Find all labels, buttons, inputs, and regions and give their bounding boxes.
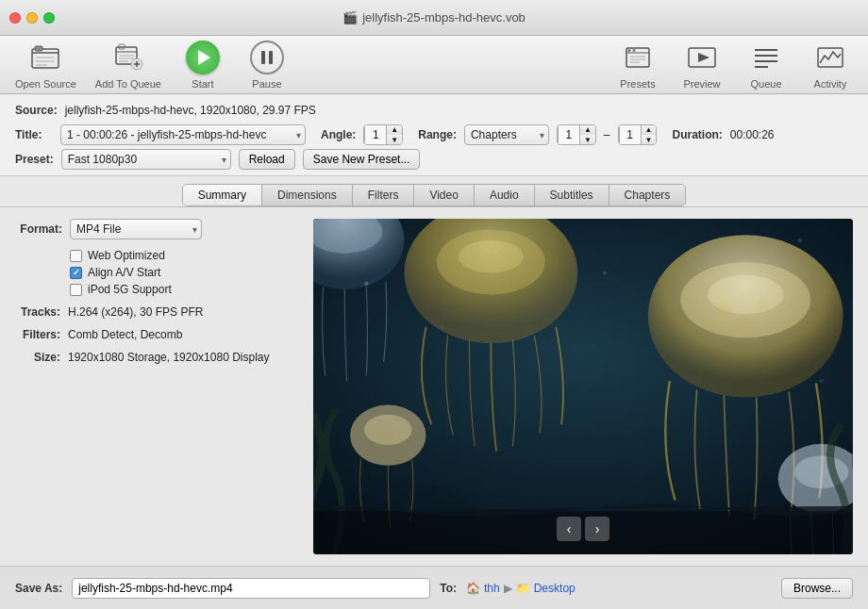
source-label: Source:	[15, 104, 58, 117]
prev-arrow-button[interactable]: ‹	[557, 517, 581, 541]
preview-label: Preview	[683, 78, 720, 90]
range-select-wrapper[interactable]: Chapters Frames Seconds	[464, 124, 549, 145]
tab-subtitles[interactable]: Subtitles	[535, 185, 609, 206]
duration-value: 00:00:26	[730, 128, 775, 141]
film-icon: 🎬	[342, 10, 358, 25]
size-row: Size: 1920x1080 Storage, 1920x1080 Displ…	[15, 351, 298, 364]
range-to-value: 1	[619, 125, 642, 144]
ipod-label: iPod 5G Support	[88, 283, 172, 296]
angle-label: Angle:	[321, 128, 356, 141]
queue-icon	[749, 41, 783, 74]
save-as-label: Save As:	[15, 582, 62, 595]
svg-point-49	[364, 415, 412, 445]
open-source-button[interactable]: Open Source	[15, 41, 76, 90]
tab-filters[interactable]: Filters	[353, 185, 415, 206]
preset-select-wrapper[interactable]: Fast 1080p30	[61, 149, 231, 170]
title-select-wrapper[interactable]: 1 - 00:00:26 - jellyfish-25-mbps-hd-hevc	[60, 124, 306, 145]
angle-arrows[interactable]: ▲ ▼	[387, 124, 402, 145]
close-button[interactable]	[9, 12, 21, 24]
format-row: Format: MP4 File	[15, 219, 298, 239]
activity-button[interactable]: Activity	[808, 41, 853, 90]
range-to-down[interactable]: ▼	[642, 135, 657, 145]
preview-nav-arrows: ‹ ›	[557, 517, 609, 541]
window-controls	[9, 12, 55, 24]
preset-select[interactable]: Fast 1080p30	[61, 149, 231, 170]
open-source-label: Open Source	[15, 78, 76, 90]
preview-button[interactable]: Preview	[679, 41, 725, 90]
path-user: thh	[484, 582, 500, 595]
ipod-row: iPod 5G Support	[70, 283, 298, 296]
queue-button[interactable]: Queue	[743, 41, 789, 90]
next-arrow-button[interactable]: ›	[585, 517, 609, 541]
tabs-bar: Summary Dimensions Filters Video Audio S…	[0, 176, 868, 207]
angle-up[interactable]: ▲	[387, 124, 402, 135]
add-to-queue-label: Add To Queue	[95, 78, 161, 90]
tracks-label: Tracks:	[15, 305, 68, 319]
tab-summary[interactable]: Summary	[183, 185, 262, 206]
svg-point-46	[756, 299, 769, 312]
presets-button[interactable]: Presets	[615, 41, 660, 90]
range-from-arrows[interactable]: ▲ ▼	[580, 124, 595, 145]
activity-label: Activity	[814, 78, 847, 90]
angle-stepper[interactable]: 1 ▲ ▼	[363, 124, 403, 145]
range-from-up[interactable]: ▲	[580, 124, 595, 135]
toolbar: Open Source Add To Queue Start	[0, 36, 868, 94]
format-select[interactable]: MP4 File	[70, 219, 202, 239]
duration-label: Duration:	[672, 128, 722, 141]
toolbar-right: Presets Preview Queue	[615, 41, 853, 90]
svg-point-20	[628, 49, 631, 52]
home-icon: 🏠	[466, 582, 480, 595]
align-av-checkbox[interactable]	[70, 267, 82, 279]
bottom-bar: Save As: To: 🏠 thh ▶ 📁 Desktop Browse...	[0, 566, 868, 609]
info-area: Source: jellyfish-25-mbps-hd-hevc, 1920x…	[0, 94, 868, 176]
filters-label: Filters:	[15, 328, 68, 341]
pause-button[interactable]: Pause	[244, 41, 290, 90]
window-title: 🎬 jellyfish-25-mbps-hd-hevc.vob	[342, 10, 526, 25]
range-to-stepper[interactable]: 1 ▲ ▼	[618, 124, 658, 145]
reload-button[interactable]: Reload	[239, 149, 295, 170]
start-icon	[186, 41, 220, 74]
save-preset-button[interactable]: Save New Preset...	[303, 149, 421, 170]
web-optimized-checkbox[interactable]	[70, 250, 82, 262]
angle-down[interactable]: ▼	[387, 135, 402, 145]
tabs-container: Summary Dimensions Filters Video Audio S…	[182, 184, 687, 206]
range-to-up[interactable]: ▲	[642, 124, 657, 135]
browse-button[interactable]: Browse...	[781, 578, 853, 599]
format-select-wrapper[interactable]: MP4 File	[70, 219, 202, 239]
preset-row: Preset: Fast 1080p30 Reload Save New Pre…	[15, 147, 853, 172]
filters-value: Comb Detect, Decomb	[68, 328, 182, 341]
range-from-down[interactable]: ▼	[580, 135, 595, 145]
presets-icon	[621, 41, 655, 74]
svg-point-45	[715, 302, 732, 319]
svg-point-34	[603, 272, 606, 274]
ipod-checkbox[interactable]	[70, 284, 82, 296]
title-select[interactable]: 1 - 00:00:26 - jellyfish-25-mbps-hd-hevc	[60, 124, 306, 145]
preview-area: ‹ ›	[313, 219, 853, 554]
presets-label: Presets	[620, 78, 655, 90]
maximize-button[interactable]	[43, 12, 55, 24]
tab-dimensions[interactable]: Dimensions	[262, 185, 353, 206]
main-content: Format: MP4 File Web Optimized Align A/V…	[0, 207, 868, 566]
svg-point-47	[729, 316, 751, 337]
tab-audio[interactable]: Audio	[475, 185, 535, 206]
range-select[interactable]: Chapters Frames Seconds	[464, 124, 549, 145]
start-button[interactable]: Start	[180, 41, 225, 90]
size-label: Size:	[15, 351, 68, 364]
to-label: To:	[440, 582, 457, 595]
preset-label: Preset:	[15, 153, 54, 166]
tab-chapters[interactable]: Chapters	[609, 185, 686, 206]
path-display: 🏠 thh ▶ 📁 Desktop	[466, 582, 576, 595]
tab-video[interactable]: Video	[414, 185, 474, 206]
filters-row: Filters: Comb Detect, Decomb	[15, 328, 298, 341]
title-bar: 🎬 jellyfish-25-mbps-hd-hevc.vob	[0, 0, 868, 36]
svg-point-21	[633, 49, 636, 52]
save-as-input[interactable]	[72, 578, 430, 599]
range-to-arrows[interactable]: ▲ ▼	[642, 124, 657, 145]
svg-point-33	[797, 239, 802, 243]
minimize-button[interactable]	[26, 12, 38, 24]
pause-label: Pause	[252, 78, 281, 90]
add-to-queue-button[interactable]: Add To Queue	[95, 41, 161, 90]
folder-icon: 📁	[516, 582, 530, 595]
range-dash: –	[604, 128, 610, 141]
range-from-stepper[interactable]: 1 ▲ ▼	[557, 124, 596, 145]
